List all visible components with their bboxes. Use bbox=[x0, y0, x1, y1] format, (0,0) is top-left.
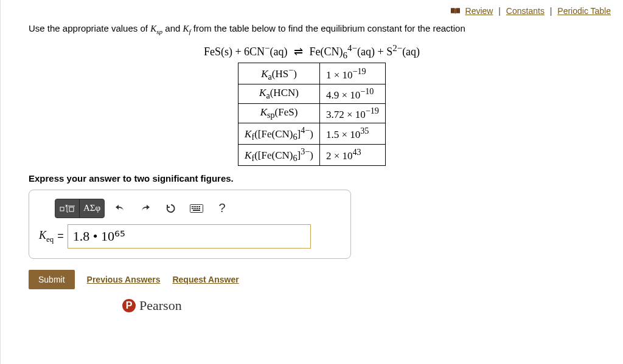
constants-table: Ka(HS−)1 × 10−19Ka(HCN)4.9 × 10−10Ksp(Fe… bbox=[238, 63, 386, 165]
answer-instruction: Express your answer to two significant f… bbox=[1, 171, 623, 190]
constant-label: Ka(HS−) bbox=[238, 63, 320, 84]
svg-rect-14 bbox=[193, 210, 200, 211]
help-button[interactable]: ? bbox=[212, 199, 232, 218]
request-answer-link[interactable]: Request Answer bbox=[172, 275, 238, 284]
svg-rect-11 bbox=[195, 208, 197, 209]
constant-value: 1 × 10−19 bbox=[319, 63, 385, 84]
pearson-brand-text: Pearson bbox=[139, 298, 182, 314]
svg-rect-2 bbox=[69, 207, 74, 211]
equals-sign: = bbox=[57, 230, 64, 242]
table-row: Ka(HS−)1 × 10−19 bbox=[238, 63, 386, 84]
formula-icon: x bbox=[60, 203, 75, 214]
table-row: Kf([Fe(CN)6]4−)1.5 × 1035 bbox=[238, 123, 386, 144]
reset-icon bbox=[165, 203, 176, 214]
table-row: Ksp(FeS)3.72 × 10−19 bbox=[238, 104, 386, 123]
svg-rect-13 bbox=[199, 208, 200, 209]
constant-label: Kf([Fe(CN)6]4−) bbox=[238, 123, 320, 144]
review-link[interactable]: Review bbox=[465, 6, 493, 16]
table-row: Ka(HCN)4.9 × 10−10 bbox=[238, 84, 386, 104]
top-links-bar: Review | Constants | Periodic Table bbox=[1, 0, 623, 18]
constant-value: 1.5 × 1035 bbox=[319, 123, 385, 144]
undo-icon bbox=[114, 204, 125, 213]
constant-value: 2 × 1043 bbox=[319, 144, 385, 165]
redo-button[interactable] bbox=[135, 199, 156, 218]
svg-rect-0 bbox=[60, 207, 64, 211]
equation-toolbar: x ΑΣφ ? bbox=[55, 199, 342, 218]
answer-input[interactable] bbox=[68, 224, 311, 249]
keyboard-icon bbox=[190, 204, 203, 213]
constants-link[interactable]: Constants bbox=[506, 6, 545, 16]
separator: | bbox=[498, 6, 501, 16]
templates-button[interactable]: x bbox=[55, 199, 80, 218]
answer-row: Keq = bbox=[38, 224, 342, 249]
keq-label: Keq bbox=[39, 229, 54, 244]
constant-value: 4.9 × 10−10 bbox=[319, 84, 385, 104]
reset-button[interactable] bbox=[161, 199, 181, 218]
answer-panel: x ΑΣφ ? bbox=[29, 190, 351, 259]
table-row: Kf([Fe(CN)6]3−)2 × 1043 bbox=[238, 144, 386, 165]
toolbar-group: x ΑΣφ bbox=[55, 199, 105, 218]
periodic-table-link[interactable]: Periodic Table bbox=[557, 6, 611, 16]
svg-rect-8 bbox=[199, 206, 200, 207]
svg-rect-6 bbox=[195, 206, 197, 207]
greek-button[interactable]: ΑΣφ bbox=[80, 199, 104, 218]
question-prompt: Use the appropriate values of Ksp and Kf… bbox=[1, 18, 623, 39]
undo-button[interactable] bbox=[110, 199, 130, 218]
constant-label: Ka(HCN) bbox=[238, 84, 320, 104]
reaction-equation: FeS(s) + 6CN−(aq) ⇌ Fe(CN)64−(aq) + S2−(… bbox=[1, 39, 623, 62]
constant-label: Ksp(FeS) bbox=[238, 104, 320, 123]
constant-value: 3.72 × 10−19 bbox=[319, 104, 385, 123]
svg-rect-10 bbox=[193, 208, 195, 209]
book-icon bbox=[451, 8, 460, 14]
svg-rect-5 bbox=[193, 206, 195, 207]
keyboard-button[interactable] bbox=[186, 199, 207, 218]
pearson-logo-icon: P bbox=[122, 299, 136, 312]
svg-rect-7 bbox=[197, 206, 198, 207]
svg-rect-4 bbox=[192, 206, 193, 207]
redo-icon bbox=[140, 204, 151, 213]
svg-rect-9 bbox=[192, 208, 193, 209]
pearson-footer: P Pearson bbox=[122, 298, 623, 314]
separator: | bbox=[550, 6, 552, 16]
svg-rect-12 bbox=[197, 208, 198, 209]
previous-answers-link[interactable]: Previous Answers bbox=[87, 275, 161, 284]
action-row: Submit Previous Answers Request Answer bbox=[29, 270, 623, 289]
submit-button[interactable]: Submit bbox=[29, 270, 75, 289]
constant-label: Kf([Fe(CN)6]3−) bbox=[238, 144, 320, 165]
